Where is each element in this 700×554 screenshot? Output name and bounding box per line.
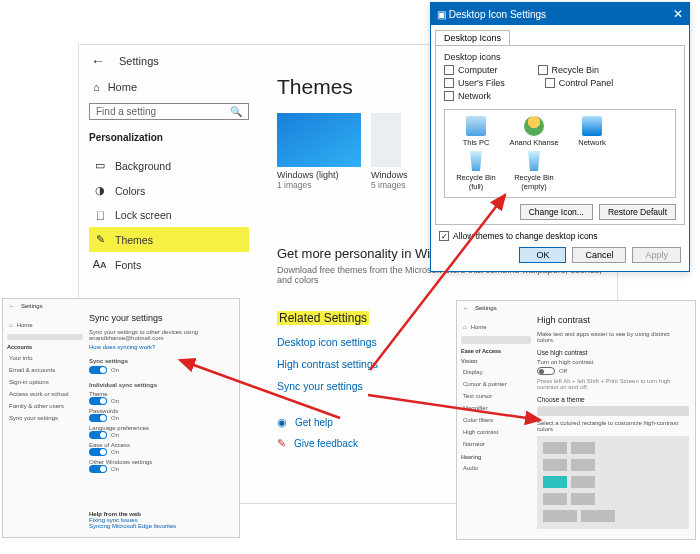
sidebar-item[interactable]: Your info xyxy=(7,352,83,364)
icon-recycle-full[interactable]: Recycle Bin (full) xyxy=(451,151,501,191)
hc-desc: Make text and apps easier to see by usin… xyxy=(537,331,689,343)
sidebar-section: Personalization xyxy=(89,132,249,143)
sidebar-item[interactable]: Display xyxy=(461,366,531,378)
chk-label: User's Files xyxy=(458,78,505,88)
icon-network[interactable]: Network xyxy=(567,116,617,147)
checkbox-icon xyxy=(444,91,454,101)
back-icon[interactable]: ← xyxy=(9,303,15,309)
toggle-language[interactable] xyxy=(89,431,107,439)
checkbox-recycle-bin[interactable]: Recycle Bin xyxy=(538,65,600,75)
font-icon: Aᴀ xyxy=(93,258,107,271)
sidebar-item[interactable]: Access work or school xyxy=(7,388,83,400)
sidebar-item-fonts[interactable]: AᴀFonts xyxy=(89,252,249,277)
sidebar-item[interactable]: Color filters xyxy=(461,414,531,426)
tab-desktop-icons[interactable]: Desktop Icons xyxy=(435,30,510,45)
sidebar-label: Color filters xyxy=(463,417,493,423)
sidebar-item[interactable]: Text cursor xyxy=(461,390,531,402)
toggle-sync[interactable] xyxy=(89,366,107,374)
checkbox-network[interactable]: Network xyxy=(444,91,491,101)
color-swatch[interactable] xyxy=(571,476,595,488)
apply-swatch-button[interactable] xyxy=(543,510,577,522)
color-swatch[interactable] xyxy=(543,493,567,505)
sidebar-item[interactable]: Sign-in options xyxy=(7,376,83,388)
color-swatch[interactable] xyxy=(571,442,595,454)
toggle-theme[interactable] xyxy=(89,397,107,405)
theme-icon: ✎ xyxy=(93,233,107,246)
link-how-sync[interactable]: How does syncing work? xyxy=(89,344,233,350)
sidebar-item[interactable]: Family & other users xyxy=(7,400,83,412)
sidebar-item-colors[interactable]: ◑Colors xyxy=(89,178,249,203)
checkbox-users-files[interactable]: User's Files xyxy=(444,78,505,88)
color-swatch[interactable] xyxy=(543,459,567,471)
sidebar-item-sync[interactable]: Sync your settings xyxy=(7,412,83,424)
back-icon[interactable]: ← xyxy=(463,305,469,311)
desktop-icon-settings-dialog: ▣ Desktop Icon Settings ✕ Desktop Icons … xyxy=(430,2,690,272)
bin-empty-icon xyxy=(524,151,544,171)
icon-this-pc[interactable]: This PC xyxy=(451,116,501,147)
checkbox-control-panel[interactable]: Control Panel xyxy=(545,78,614,88)
lock-icon: ⎕ xyxy=(93,209,107,221)
sidebar-item[interactable]: Narrator xyxy=(461,438,531,450)
home-label: Home xyxy=(108,81,137,93)
search-placeholder: Find a setting xyxy=(96,106,156,117)
change-icon-button[interactable]: Change Icon... xyxy=(520,204,593,220)
sidebar-item[interactable]: Cursor & pointer xyxy=(461,378,531,390)
chk-label: Allow themes to change desktop icons xyxy=(453,231,598,241)
icon-label: Network xyxy=(578,138,606,147)
checkbox-allow-themes[interactable]: ✓Allow themes to change desktop icons xyxy=(439,231,681,241)
theme-dropdown[interactable] xyxy=(537,406,689,416)
toggle-state: On xyxy=(111,449,119,455)
toggle-ease[interactable] xyxy=(89,448,107,456)
ok-button[interactable]: OK xyxy=(519,247,566,263)
toggle-state: On xyxy=(111,432,119,438)
search-input[interactable] xyxy=(461,336,531,344)
choose-theme-heading: Choose a theme xyxy=(537,396,689,403)
search-input[interactable]: Find a setting 🔍 xyxy=(89,103,249,120)
sidebar-label: High contrast xyxy=(463,429,498,435)
toggle-other[interactable] xyxy=(89,465,107,473)
chk-label: Computer xyxy=(458,65,498,75)
icon-label: Recycle Bin (empty) xyxy=(509,173,559,191)
search-input[interactable] xyxy=(7,334,83,340)
toggle-state: Off xyxy=(559,368,567,374)
sidebar-group: Hearing xyxy=(461,454,531,460)
color-swatch[interactable] xyxy=(571,459,595,471)
cancel-swatch-button[interactable] xyxy=(581,510,615,522)
sidebar-item-background[interactable]: ▭Background xyxy=(89,153,249,178)
sidebar-item-lockscreen[interactable]: ⎕Lock screen xyxy=(89,203,249,227)
toggle-state: On xyxy=(111,466,119,472)
sidebar-item[interactable]: Magnifier xyxy=(461,402,531,414)
sidebar-item-high-contrast[interactable]: High contrast xyxy=(461,426,531,438)
checkbox-computer[interactable]: Computer xyxy=(444,65,498,75)
help-link[interactable]: Syncing Microsoft Edge favorites xyxy=(89,523,176,529)
sidebar-home[interactable]: ⌂ Home xyxy=(89,75,249,103)
icon-recycle-empty[interactable]: Recycle Bin (empty) xyxy=(509,151,559,191)
sidebar-item[interactable]: Email & accounts xyxy=(7,364,83,376)
back-icon[interactable]: ← xyxy=(91,53,105,69)
use-hc-heading: Use high contrast xyxy=(537,349,689,356)
color-swatch[interactable] xyxy=(543,442,567,454)
toggle-passwords[interactable] xyxy=(89,414,107,422)
sidebar-label: Colors xyxy=(115,185,145,197)
page-title: Sync your settings xyxy=(89,313,233,323)
theme-card-light[interactable]: Windows (light) 1 images xyxy=(277,113,361,190)
sidebar-item[interactable]: Audio xyxy=(461,462,531,474)
sidebar-home[interactable]: ⌂Home xyxy=(461,321,531,333)
cancel-button[interactable]: Cancel xyxy=(572,247,626,263)
sidebar-item-themes[interactable]: ✎Themes xyxy=(89,227,249,252)
restore-default-button[interactable]: Restore Default xyxy=(599,204,676,220)
chk-label: Network xyxy=(458,91,491,101)
color-swatch[interactable] xyxy=(543,476,567,488)
sidebar-label: Access work or school xyxy=(9,391,69,397)
sidebar-home[interactable]: ⌂Home xyxy=(7,319,83,331)
icon-user[interactable]: Anand Khanse xyxy=(509,116,559,147)
related-settings-heading: Related Settings xyxy=(277,311,369,325)
bin-full-icon xyxy=(466,151,486,171)
close-icon[interactable]: ✕ xyxy=(673,7,683,21)
checkbox-icon xyxy=(444,65,454,75)
chk-label: Recycle Bin xyxy=(552,65,600,75)
toggle-high-contrast[interactable] xyxy=(537,367,555,375)
sidebar-label: Text cursor xyxy=(463,393,492,399)
color-swatch[interactable] xyxy=(571,493,595,505)
apply-button[interactable]: Apply xyxy=(632,247,681,263)
